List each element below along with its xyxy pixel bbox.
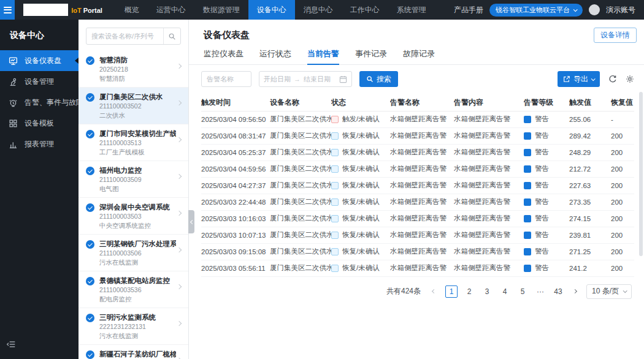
pagination-page-button[interactable]: 1 [445,285,458,298]
device-detail-button[interactable]: 设备详情 [594,28,637,43]
cell-trigger-value: 248.29 [569,144,611,161]
cell-alarm-content: 水箱侧壁距离告警 [454,260,524,276]
refresh-button[interactable] [608,75,617,83]
cell-recover-value: 200 [611,260,634,276]
cell-trigger-time: 2025/03/04 04:27:37 [201,177,270,194]
table-row[interactable]: 2025/03/03 05:56:11 厦门集美区二次供水 恢复/未确认 水箱 [201,260,634,276]
pagination-page-button[interactable]: 2 [463,285,475,298]
cell-alarm-name: 水箱侧壁距离告警 [390,177,454,194]
sidebar-title: 设备中心 [0,20,79,50]
pagination-page-button[interactable]: ··· [534,285,546,298]
table-row[interactable]: 2025/03/04 09:56:50 厦门集美区二次供水 触发/未确认 水箱 [201,111,634,127]
cell-status: 恢复/未确认 [331,194,390,210]
sidebar-collapse-button[interactable] [6,339,16,352]
cell-alarm-content: 水箱侧壁距离告警 [454,127,524,144]
cell-trigger-time: 2025/03/03 10:16:03 [201,210,270,227]
sidebar-item-device-template[interactable]: 设备模板 [0,113,79,134]
cell-trigger-value: 239.81 [569,227,611,243]
page-size-select[interactable]: 10 条/页 [586,284,632,299]
table-row[interactable]: 2025/03/03 09:15:08 厦门集美区二次供水 恢复/未确认 水箱 [201,243,634,260]
device-list-item[interactable]: 福州电力监控 211100003509 电气图 [79,161,188,198]
top-navbar: GoCloud IoT Portal 概览 运营中心 数据源管理 设备中心 消息… [0,0,644,20]
device-list-item[interactable]: 三明某钢铁厂污水处理系统 211100003506 污水在线监测 [79,235,188,271]
device-name: 深圳会展中央空调系统 [99,203,176,211]
device-list-item[interactable]: 新疆石河子某纺织厂梳棉机 20220809001 梳棉机 [79,345,188,359]
page-size-value: 10 条/页 [592,286,619,297]
export-button[interactable]: 导出 [558,71,600,87]
cell-device-name: 厦门集美区二次供水 [270,260,331,276]
pagination-prev-button[interactable] [429,286,440,297]
search-button[interactable]: 搜索 [359,71,398,87]
device-serial: 211100003502 [99,102,176,110]
alarm-name-input[interactable] [201,71,251,87]
calendar-icon [339,75,347,83]
pagination-page-button[interactable]: 3 [481,285,493,298]
hamburger-menu-icon[interactable] [0,0,15,20]
table-row[interactable]: 2025/03/04 04:27:37 厦门集美区二次供水 恢复/未确认 水箱 [201,177,634,194]
cell-recover-value: 200 [611,227,634,243]
top-nav-item[interactable]: 运营中心 [148,0,194,20]
sidebar-item-alarm-event-fault[interactable]: 告警、事件与故障 [0,92,79,113]
sidebar-item-report-management[interactable]: 报表管理 [0,134,79,154]
pagination-next-button[interactable] [570,286,581,297]
date-range-picker[interactable]: 开始日期 → 结束日期 [259,71,352,87]
logo-suffix: Portal [83,7,102,14]
top-nav-item[interactable]: 设备中心 [248,0,295,20]
panel-collapse-handle[interactable] [188,210,194,233]
device-texts: 景德镇某配电站房监控 211100003536 配电房监控 [99,276,176,303]
table-row[interactable]: 2025/03/03 10:16:03 厦门集美区二次供水 恢复/未确认 水箱 [201,210,634,227]
table-row[interactable]: 2025/03/03 22:44:48 厦门集美区二次供水 恢复/未确认 水箱 [201,194,634,210]
top-nav-item[interactable]: 工作中心 [342,0,388,20]
chevron-down-icon [623,289,627,293]
device-template: 污水在线监测 [99,259,176,266]
table-row[interactable]: 2025/03/04 05:25:37 厦门集美区二次供水 恢复/未确认 水箱 [201,144,634,161]
level-indicator-icon [524,182,531,189]
user-avatar[interactable] [589,4,600,15]
device-texts: 智慧消防 20250218 智慧消防 [99,56,176,83]
cell-alarm-name: 水箱侧壁距离告警 [390,161,454,177]
top-nav-item[interactable]: 系统管理 [388,0,435,20]
device-online-check-icon [86,93,94,102]
platform-select-dropdown[interactable]: 锐谷智联工业物联云平台 [489,4,583,17]
sidebar-item-device-dashboard[interactable]: 设备仪表盘 [0,50,79,71]
settings-button[interactable] [626,75,634,83]
cell-device-name: 厦门集美区二次供水 [270,243,331,260]
device-list-item[interactable]: 三明污水监测系统 2221231232131 污水在线监测 [79,308,188,345]
cell-device-name: 厦门集美区二次供水 [270,161,331,177]
product-manual-link[interactable]: 产品手册 [454,5,483,15]
cell-trigger-time: 2025/03/03 05:56:11 [201,260,270,276]
tab-item[interactable]: 故障记录 [403,48,435,64]
alarm-content: 开始日期 → 结束日期 搜索 [189,65,644,359]
device-list-item[interactable]: 厦门市同安某模切生产线 211100003513 工厂生产线模板 [79,124,188,161]
device-template: 中央空调系统监控 [99,222,176,230]
tab-item[interactable]: 事件记录 [355,48,387,64]
device-template: 二次供水 [99,111,176,119]
device-online-check-icon [86,167,94,175]
device-list-item[interactable]: 景德镇某配电站房监控 211100003536 配电房监控 [79,271,188,308]
top-nav-item[interactable]: 概览 [116,0,148,20]
device-search-input[interactable] [86,32,163,40]
top-nav-item[interactable]: 数据源管理 [194,0,248,20]
sidebar-item-device-management[interactable]: 设备管理 [0,71,79,92]
app-root: GoCloud IoT Portal 概览 运营中心 数据源管理 设备中心 消息… [0,0,644,359]
cell-trigger-value: 271.25 [569,243,611,260]
table-row[interactable]: 2025/03/04 04:59:56 厦门集美区二次供水 恢复/未确认 水箱 [201,161,634,177]
device-name: 厦门集美区二次供水 [99,93,176,101]
device-list-item[interactable]: 厦门集美区二次供水 211100003502 二次供水 [79,88,188,124]
device-template: 智慧消防 [99,75,176,83]
tab-item[interactable]: 当前告警 [307,48,339,64]
pagination-page-button[interactable]: 43 [552,285,564,298]
table-row[interactable]: 2025/03/03 10:07:13 厦门集美区二次供水 恢复/未确认 水箱 [201,227,634,243]
device-search-button[interactable] [163,28,180,44]
pagination-page-button[interactable]: 4 [499,285,511,298]
tab-item[interactable]: 监控仪表盘 [204,48,243,64]
device-list-item[interactable]: 智慧消防 20250218 智慧消防 [79,51,188,88]
cell-alarm-level: 警告 [524,210,569,227]
cell-device-name: 厦门集美区二次供水 [270,111,331,127]
top-nav-item[interactable]: 消息中心 [295,0,342,20]
pagination-page-button[interactable]: 5 [516,285,529,298]
device-list-item[interactable]: 深圳会展中央空调系统 211100003503 中央空调系统监控 [79,198,188,235]
vertical-scrollbar[interactable] [639,92,643,256]
tab-item[interactable]: 运行状态 [259,48,291,64]
table-row[interactable]: 2025/03/04 08:31:47 厦门集美区二次供水 恢复/未确认 水箱 [201,127,634,144]
